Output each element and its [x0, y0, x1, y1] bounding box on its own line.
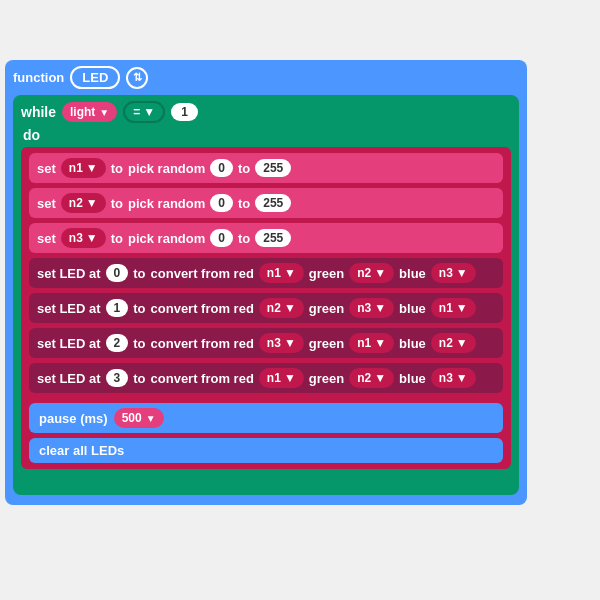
- to-val-255-2: 255: [255, 229, 291, 247]
- led3-blue-dropdown[interactable]: n3 ▼: [431, 368, 476, 388]
- green-kw1: green: [309, 301, 344, 316]
- set-kw3: set: [37, 231, 56, 246]
- while-header: while light ▼ = ▼ 1: [21, 101, 511, 123]
- green-kw0: green: [309, 266, 344, 281]
- from-val-0: 0: [210, 159, 233, 177]
- to-kw: to: [111, 161, 123, 176]
- pause-value-dropdown[interactable]: 500 ▼: [114, 408, 164, 428]
- led0-green-dropdown[interactable]: n2 ▼: [349, 263, 394, 283]
- convert-from-kw0: convert from red: [151, 266, 254, 281]
- pick-random-kw2: pick random: [128, 196, 205, 211]
- blue-kw0: blue: [399, 266, 426, 281]
- convert-from-kw1: convert from red: [151, 301, 254, 316]
- led-at-2: 2: [106, 334, 129, 352]
- led2-red-dropdown[interactable]: n3 ▼: [259, 333, 304, 353]
- to-kw4: to: [238, 196, 250, 211]
- to-kw2: to: [238, 161, 250, 176]
- n2-var-dropdown[interactable]: n2 ▼: [61, 193, 106, 213]
- to-kw-led2: to: [133, 336, 145, 351]
- pause-arrow: ▼: [146, 413, 156, 424]
- set-led-3-row: set LED at 3 to convert from red n1 ▼ gr…: [29, 363, 503, 393]
- led0-blue-dropdown[interactable]: n3 ▼: [431, 263, 476, 283]
- to-kw6: to: [238, 231, 250, 246]
- to-kw3: to: [111, 196, 123, 211]
- set-kw: set: [37, 161, 56, 176]
- set-led-1-row: set LED at 1 to convert from red n2 ▼ gr…: [29, 293, 503, 323]
- led2-green-dropdown[interactable]: n1 ▼: [349, 333, 394, 353]
- pick-random-kw: pick random: [128, 161, 205, 176]
- function-block: function LED ⇅ while light ▼ = ▼ 1 do: [5, 60, 527, 505]
- pause-row: pause (ms) 500 ▼: [29, 403, 503, 433]
- do-block: set n1 ▼ to pick random 0 to 255 set n2 …: [21, 147, 511, 469]
- condition-var-dropdown[interactable]: light ▼: [62, 102, 117, 122]
- green-kw3: green: [309, 371, 344, 386]
- led1-green-dropdown[interactable]: n3 ▼: [349, 298, 394, 318]
- led3-green-dropdown[interactable]: n2 ▼: [349, 368, 394, 388]
- convert-from-kw3: convert from red: [151, 371, 254, 386]
- blue-kw3: blue: [399, 371, 426, 386]
- led-at-3: 3: [106, 369, 129, 387]
- led1-red-dropdown[interactable]: n2 ▼: [259, 298, 304, 318]
- set-led-kw3: set LED at: [37, 371, 101, 386]
- dropdown-arrow: ▼: [99, 107, 109, 118]
- set-led-kw1: set LED at: [37, 301, 101, 316]
- operator-dropdown[interactable]: = ▼: [123, 101, 165, 123]
- to-val-255-0: 255: [255, 159, 291, 177]
- bottom-section: pause (ms) 500 ▼ clear all LEDs: [29, 403, 503, 463]
- blue-kw1: blue: [399, 301, 426, 316]
- do-label: do: [23, 127, 511, 143]
- from-val-1: 0: [210, 194, 233, 212]
- led3-red-dropdown[interactable]: n1 ▼: [259, 368, 304, 388]
- n3-var-dropdown[interactable]: n3 ▼: [61, 228, 106, 248]
- blue-kw2: blue: [399, 336, 426, 351]
- set-led-0-row: set LED at 0 to convert from red n1 ▼ gr…: [29, 258, 503, 288]
- set-n3-row: set n3 ▼ to pick random 0 to 255: [29, 223, 503, 253]
- clear-row: clear all LEDs: [29, 438, 503, 463]
- to-val-255-1: 255: [255, 194, 291, 212]
- set-kw2: set: [37, 196, 56, 211]
- green-kw2: green: [309, 336, 344, 351]
- led0-red-dropdown[interactable]: n1 ▼: [259, 263, 304, 283]
- function-label: function: [13, 70, 64, 85]
- to-kw-led0: to: [133, 266, 145, 281]
- n1-var-dropdown[interactable]: n1 ▼: [61, 158, 106, 178]
- set-led-kw0: set LED at: [37, 266, 101, 281]
- while-block: while light ▼ = ▼ 1 do set n1 ▼ to: [13, 95, 519, 495]
- led-at-1: 1: [106, 299, 129, 317]
- function-header: function LED ⇅: [13, 66, 519, 89]
- pick-random-kw3: pick random: [128, 231, 205, 246]
- led1-blue-dropdown[interactable]: n1 ▼: [431, 298, 476, 318]
- condition-value[interactable]: 1: [171, 103, 198, 121]
- operator-arrow: ▼: [143, 105, 155, 119]
- set-led-kw2: set LED at: [37, 336, 101, 351]
- to-kw5: to: [111, 231, 123, 246]
- convert-from-kw2: convert from red: [151, 336, 254, 351]
- led-at-0: 0: [106, 264, 129, 282]
- set-n1-row: set n1 ▼ to pick random 0 to 255: [29, 153, 503, 183]
- set-led-2-row: set LED at 2 to convert from red n3 ▼ gr…: [29, 328, 503, 358]
- clear-label: clear all LEDs: [39, 443, 124, 458]
- workspace: function LED ⇅ while light ▼ = ▼ 1 do: [5, 60, 595, 590]
- set-n2-row: set n2 ▼ to pick random 0 to 255: [29, 188, 503, 218]
- function-name-badge[interactable]: LED: [70, 66, 120, 89]
- function-icon[interactable]: ⇅: [126, 67, 148, 89]
- to-kw-led3: to: [133, 371, 145, 386]
- while-label: while: [21, 104, 56, 120]
- while-bottom-bar: [21, 473, 141, 487]
- to-kw-led1: to: [133, 301, 145, 316]
- pause-label: pause (ms): [39, 411, 108, 426]
- from-val-2: 0: [210, 229, 233, 247]
- led2-blue-dropdown[interactable]: n2 ▼: [431, 333, 476, 353]
